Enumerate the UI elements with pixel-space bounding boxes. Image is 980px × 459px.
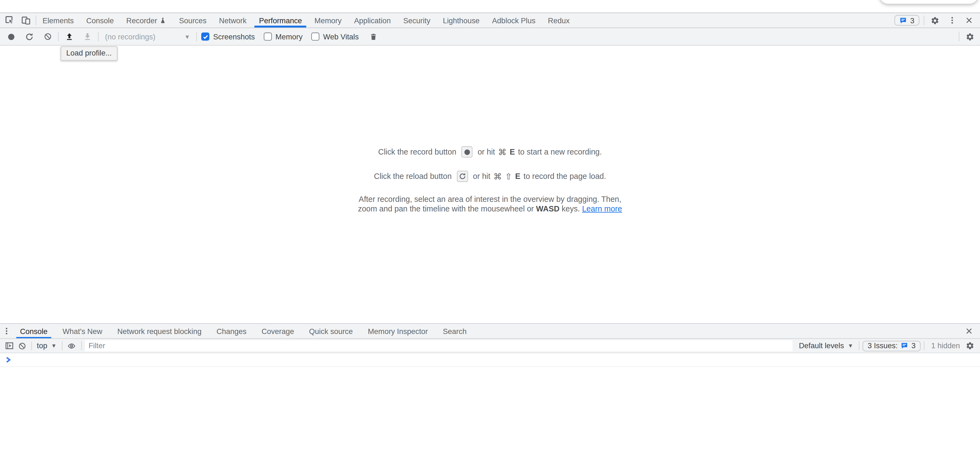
divider — [924, 341, 924, 350]
performance-instructions: Click the record button or hit ⌘ E to st… — [358, 147, 622, 214]
issues-count: 3 — [910, 16, 915, 25]
checkbox-unchecked-icon — [264, 33, 272, 41]
key-e: E — [510, 148, 515, 156]
issues-counter-button[interactable]: 3 — [895, 15, 920, 26]
reload-and-profile-button[interactable] — [23, 30, 36, 43]
save-profile-icon[interactable] — [81, 30, 94, 43]
capture-settings-gear-icon[interactable] — [964, 30, 977, 43]
drawer-tab-console[interactable]: Console — [13, 324, 55, 338]
console-messages-area[interactable] — [0, 354, 980, 459]
tab-elements[interactable]: Elements — [37, 13, 80, 28]
key-e: E — [515, 172, 520, 181]
devtools-main-tabbar: Elements Console Recorder Sources Networ… — [0, 13, 980, 28]
learn-more-link[interactable]: Learn more — [582, 205, 622, 214]
checkbox-checked-icon — [201, 33, 210, 41]
record-button[interactable] — [5, 30, 18, 43]
drawer-tabbar: Console What's New Network request block… — [0, 324, 980, 339]
record-circle-icon — [8, 33, 14, 40]
page-top-strip — [0, 0, 980, 13]
drawer-tab-changes[interactable]: Changes — [209, 324, 254, 338]
tab-redux[interactable]: Redux — [542, 13, 576, 28]
live-expression-eye-icon[interactable] — [65, 339, 78, 352]
tab-performance[interactable]: Performance — [253, 13, 309, 28]
web-vitals-checkbox[interactable]: Web Vitals — [311, 32, 359, 41]
reload-instruction-row: Click the reload button or hit ⌘ ⇧ E to … — [358, 171, 622, 182]
command-key-glyph: ⌘ — [498, 147, 507, 157]
tab-console[interactable]: Console — [80, 13, 120, 28]
console-prompt-row[interactable] — [0, 354, 980, 367]
chevron-down-icon: ▼ — [848, 343, 853, 349]
divider — [58, 32, 59, 41]
tabbar-left-icons — [0, 13, 35, 28]
panel-tabs: Elements Console Recorder Sources Networ… — [37, 13, 576, 28]
devtools-window: Elements Console Recorder Sources Networ… — [0, 0, 980, 459]
load-profile-tooltip: Load profile... — [61, 46, 117, 61]
drawer: Console What's New Network request block… — [0, 324, 980, 459]
divider — [196, 32, 197, 41]
settings-gear-icon[interactable] — [929, 14, 942, 27]
drawer-tab-network-request-blocking[interactable]: Network request blocking — [110, 324, 209, 338]
after-recording-paragraph: After recording, select an area of inter… — [358, 195, 622, 214]
drawer-tab-whats-new[interactable]: What's New — [55, 324, 110, 338]
console-prompt-chevron-icon — [5, 356, 12, 363]
console-sidebar-icon[interactable] — [3, 339, 16, 352]
recordings-select-value: (no recordings) — [105, 32, 155, 41]
drawer-kebab-menu-icon[interactable] — [0, 324, 13, 338]
load-profile-icon[interactable] — [63, 30, 76, 43]
screenshots-checkbox[interactable]: Screenshots — [201, 32, 255, 41]
inline-record-button[interactable] — [461, 147, 473, 158]
console-issues-button[interactable]: 3 Issues: 3 — [863, 341, 921, 351]
divider — [81, 341, 81, 350]
javascript-context-select[interactable]: top ▼ — [35, 341, 59, 350]
browser-popup-edge — [880, 0, 978, 4]
tabbar-right-controls: 3 — [895, 13, 980, 28]
drawer-tab-quick-source[interactable]: Quick source — [302, 324, 360, 338]
divider — [859, 341, 859, 350]
record-circle-icon — [464, 149, 470, 155]
drawer-tab-coverage[interactable]: Coverage — [254, 324, 302, 338]
divider — [924, 16, 924, 25]
tab-security[interactable]: Security — [397, 13, 437, 28]
drawer-tab-search[interactable]: Search — [435, 324, 474, 338]
recordings-select[interactable]: (no recordings) ▼ — [103, 31, 192, 42]
divider — [959, 32, 959, 41]
inspect-element-icon[interactable] — [3, 14, 16, 27]
divider — [98, 32, 99, 41]
hidden-messages-label: 1 hidden — [931, 341, 960, 350]
drawer-close-area — [958, 324, 980, 338]
clear-console-icon[interactable] — [16, 339, 28, 352]
record-instruction-row: Click the record button or hit ⌘ E to st… — [358, 147, 622, 158]
drawer-tab-memory-inspector[interactable]: Memory Inspector — [360, 324, 435, 338]
issues-count: 3 — [912, 341, 915, 350]
tab-lighthouse[interactable]: Lighthouse — [437, 13, 486, 28]
checkbox-unchecked-icon — [311, 33, 320, 41]
tab-recorder[interactable]: Recorder — [120, 13, 173, 28]
drawer-close-icon[interactable] — [963, 325, 975, 338]
wasd-keys: WASD — [536, 205, 560, 214]
chevron-down-icon: ▼ — [184, 33, 190, 40]
log-levels-select[interactable]: Default levels ▼ — [797, 341, 856, 350]
console-filter-input[interactable] — [85, 340, 793, 352]
performance-panel: Click the record button or hit ⌘ E to st… — [0, 46, 980, 324]
console-settings-gear-icon[interactable] — [964, 339, 977, 352]
tab-application[interactable]: Application — [348, 13, 397, 28]
device-toolbar-icon[interactable] — [19, 14, 32, 27]
divider — [31, 341, 32, 350]
chevron-down-icon: ▼ — [51, 343, 57, 349]
memory-checkbox[interactable]: Memory — [264, 32, 303, 41]
tab-memory[interactable]: Memory — [308, 13, 348, 28]
tab-network[interactable]: Network — [213, 13, 253, 28]
console-toolbar: top ▼ Default levels ▼ 3 Issues: 3 1 hid… — [0, 339, 980, 354]
close-devtools-icon[interactable] — [963, 14, 975, 27]
tab-sources[interactable]: Sources — [173, 13, 213, 28]
kebab-menu-icon[interactable] — [945, 14, 958, 27]
command-key-glyph: ⌘ — [493, 171, 502, 182]
clear-icon[interactable] — [41, 30, 54, 43]
trash-icon[interactable] — [368, 30, 380, 43]
tab-adblock-plus[interactable]: Adblock Plus — [486, 13, 542, 28]
issues-bubble-icon — [900, 17, 907, 24]
flask-icon — [160, 17, 167, 24]
inline-reload-button[interactable] — [457, 171, 468, 182]
issues-bubble-icon — [901, 342, 908, 350]
performance-toolbar: (no recordings) ▼ Screenshots Memory Web… — [0, 28, 980, 46]
